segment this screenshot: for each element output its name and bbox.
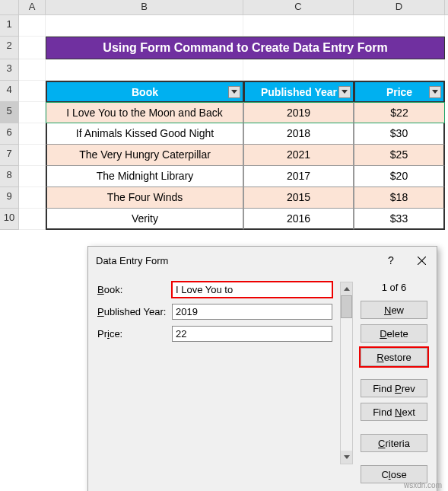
cell-A4[interactable] bbox=[19, 81, 46, 102]
cell-year-3[interactable]: 2017 bbox=[243, 166, 354, 187]
year-input[interactable] bbox=[172, 304, 332, 320]
row-header-9[interactable]: 9 bbox=[0, 187, 19, 209]
cell-A9[interactable] bbox=[19, 187, 46, 209]
scroll-down-icon[interactable] bbox=[341, 451, 352, 464]
price-label: Price: bbox=[97, 328, 172, 340]
cell-C1[interactable] bbox=[243, 15, 354, 37]
page-title: Using Form Command to Create Data Entry … bbox=[46, 37, 445, 59]
find-prev-button[interactable]: Find Prev bbox=[361, 379, 427, 397]
cell-A1[interactable] bbox=[19, 15, 46, 37]
scroll-up-icon[interactable] bbox=[341, 282, 352, 295]
row-9: 9 The Four Winds 2015 $18 bbox=[0, 187, 448, 209]
cell-A8[interactable] bbox=[19, 166, 46, 187]
price-input[interactable] bbox=[172, 326, 332, 342]
cell-year-2[interactable]: 2021 bbox=[243, 145, 354, 166]
col-header-A[interactable]: A bbox=[19, 0, 46, 14]
cell-A7[interactable] bbox=[19, 145, 46, 166]
cell-B1[interactable] bbox=[46, 15, 243, 37]
scroll-thumb[interactable] bbox=[341, 295, 352, 318]
cell-book-3[interactable]: The Midnight Library bbox=[46, 166, 243, 187]
cell-A2[interactable] bbox=[19, 37, 46, 59]
table-header-price[interactable]: Price bbox=[354, 81, 445, 102]
title-cell[interactable]: Using Form Command to Create Data Entry … bbox=[46, 37, 445, 59]
cell-price-2[interactable]: $25 bbox=[354, 145, 445, 166]
cell-year-0[interactable]: 2019 bbox=[243, 102, 354, 123]
find-next-button[interactable]: Find Next bbox=[361, 403, 427, 421]
year-label: Published Year: bbox=[97, 306, 172, 317]
filter-dropdown-icon[interactable] bbox=[228, 86, 240, 98]
row-header-4[interactable]: 4 bbox=[0, 81, 19, 102]
criteria-button[interactable]: Criteria bbox=[361, 434, 427, 452]
new-button[interactable]: New bbox=[361, 301, 427, 319]
row-header-5[interactable]: 5 bbox=[0, 102, 19, 123]
row-header-7[interactable]: 7 bbox=[0, 145, 19, 166]
row-header-1[interactable]: 1 bbox=[0, 15, 19, 37]
cell-price-1[interactable]: $30 bbox=[354, 123, 445, 145]
select-all-corner[interactable] bbox=[0, 0, 19, 14]
cell-year-5[interactable]: 2016 bbox=[243, 209, 354, 230]
cell-price-0[interactable]: $22 bbox=[354, 102, 445, 123]
table-header-book[interactable]: Book bbox=[46, 81, 243, 102]
row-7: 7 The Very Hungry Caterpillar 2021 $25 bbox=[0, 145, 448, 166]
cell-D1[interactable] bbox=[354, 15, 445, 37]
row-5: 5 I Love You to the Moon and Back 2019 $… bbox=[0, 102, 448, 123]
row-1: 1 bbox=[0, 15, 448, 37]
button-column: 1 of 6 New Delete Restore Find Prev Find… bbox=[361, 282, 427, 489]
cell-book-4[interactable]: The Four Winds bbox=[46, 187, 243, 209]
row-2: 2 Using Form Command to Create Data Entr… bbox=[0, 37, 448, 59]
watermark: wsxdn.com bbox=[404, 481, 442, 489]
table-header-year[interactable]: Published Year bbox=[243, 81, 354, 102]
row-10: 10 Verity 2016 $33 bbox=[0, 209, 448, 230]
cell-A5[interactable] bbox=[19, 102, 46, 123]
cell-C3[interactable] bbox=[243, 59, 354, 81]
cell-B3[interactable] bbox=[46, 59, 243, 81]
row-header-2[interactable]: 2 bbox=[0, 37, 19, 59]
cell-price-5[interactable]: $33 bbox=[354, 209, 445, 230]
col-header-B[interactable]: B bbox=[46, 0, 243, 14]
restore-button[interactable]: Restore bbox=[361, 348, 427, 366]
row-header-3[interactable]: 3 bbox=[0, 59, 19, 81]
column-headers: A B C D bbox=[0, 0, 448, 15]
dialog-title: Data Entry Form bbox=[96, 255, 376, 266]
data-entry-form-dialog: Data Entry Form ? Book: Published Year: … bbox=[87, 246, 437, 491]
form-fields: Book: Published Year: Price: bbox=[97, 282, 332, 489]
cell-book-0[interactable]: I Love You to the Moon and Back bbox=[46, 102, 243, 123]
close-icon[interactable] bbox=[406, 251, 437, 269]
cell-book-1[interactable]: If Animals Kissed Good Night bbox=[46, 123, 243, 145]
cell-book-2[interactable]: The Very Hungry Caterpillar bbox=[46, 145, 243, 166]
filter-dropdown-icon[interactable] bbox=[338, 86, 351, 98]
delete-button[interactable]: Delete bbox=[361, 324, 427, 343]
cell-A3[interactable] bbox=[19, 59, 46, 81]
cell-year-1[interactable]: 2018 bbox=[243, 123, 354, 145]
col-header-C[interactable]: C bbox=[243, 0, 354, 14]
help-button[interactable]: ? bbox=[376, 251, 406, 269]
row-8: 8 The Midnight Library 2017 $20 bbox=[0, 166, 448, 187]
cell-price-3[interactable]: $20 bbox=[354, 166, 445, 187]
book-input[interactable] bbox=[172, 282, 332, 298]
filter-dropdown-icon[interactable] bbox=[429, 86, 441, 98]
record-scrollbar[interactable] bbox=[340, 282, 353, 464]
row-header-8[interactable]: 8 bbox=[0, 166, 19, 187]
row-header-6[interactable]: 6 bbox=[0, 123, 19, 145]
dialog-title-bar[interactable]: Data Entry Form ? bbox=[88, 247, 437, 274]
row-header-10[interactable]: 10 bbox=[0, 209, 19, 230]
row-6: 6 If Animals Kissed Good Night 2018 $30 bbox=[0, 123, 448, 145]
cell-D3[interactable] bbox=[354, 59, 445, 81]
row-3: 3 bbox=[0, 59, 448, 81]
record-counter: 1 of 6 bbox=[361, 282, 427, 293]
cell-A10[interactable] bbox=[19, 209, 46, 230]
row-4: 4 Book Published Year Price bbox=[0, 81, 448, 102]
book-label: Book: bbox=[97, 284, 172, 295]
cell-A6[interactable] bbox=[19, 123, 46, 145]
dialog-body: Book: Published Year: Price: 1 of 6 New … bbox=[88, 274, 437, 491]
cell-price-4[interactable]: $18 bbox=[354, 187, 445, 209]
col-header-D[interactable]: D bbox=[354, 0, 445, 14]
cell-book-5[interactable]: Verity bbox=[46, 209, 243, 230]
cell-year-4[interactable]: 2015 bbox=[243, 187, 354, 209]
